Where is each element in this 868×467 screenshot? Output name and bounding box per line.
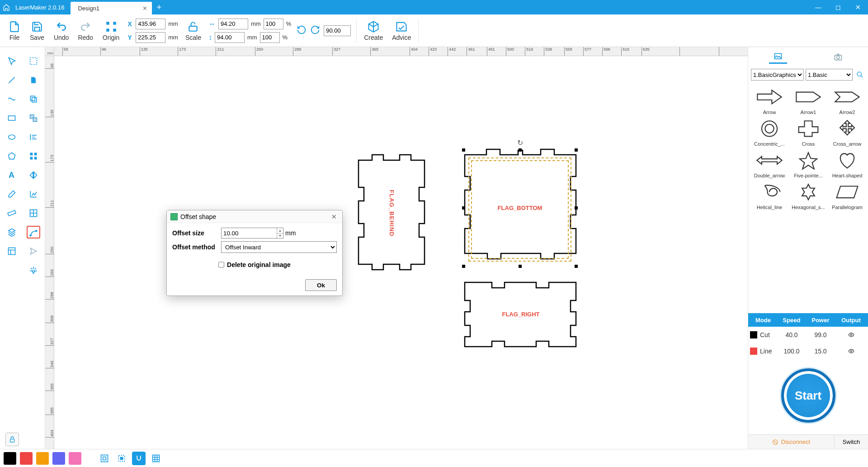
start-button[interactable]: Start — [781, 368, 835, 423]
width-pct-input[interactable] — [264, 19, 283, 29]
origin-button[interactable]: Origin — [98, 16, 124, 46]
camera-tab[interactable] — [829, 50, 847, 64]
shape-flag-right[interactable]: FLAG_RIGHT — [461, 278, 580, 350]
sel-handle[interactable] — [575, 265, 578, 268]
lock-toggle[interactable] — [5, 433, 19, 446]
laser-tool[interactable] — [27, 264, 40, 276]
scale-button[interactable]: Scale — [181, 16, 206, 46]
shape-library-item[interactable]: Helical_line — [751, 180, 788, 210]
rotate-handle-icon[interactable]: ↻ — [517, 138, 523, 147]
switch-button[interactable]: Switch — [835, 435, 868, 449]
sel-handle[interactable] — [462, 265, 465, 268]
grid-toggle-button[interactable] — [149, 452, 163, 465]
shape-search-button[interactable] — [854, 69, 865, 80]
snap-button[interactable] — [132, 452, 146, 465]
rotate-cw-icon[interactable] — [310, 25, 320, 37]
redo-button[interactable]: Redo — [73, 16, 97, 46]
sel-handle[interactable] — [462, 148, 465, 152]
sel-handle[interactable] — [575, 148, 578, 152]
minimize-button[interactable]: — — [808, 0, 828, 14]
close-window-button[interactable]: ✕ — [848, 0, 868, 14]
visibility-toggle-icon[interactable] — [847, 332, 856, 338]
shape-library-item[interactable]: Heart-shaped — [829, 148, 866, 178]
sel-handle[interactable] — [575, 206, 578, 210]
layer-row[interactable]: Cut40.099.0 — [748, 327, 868, 343]
shape-library-item[interactable]: Concentric_... — [751, 117, 788, 147]
undo-button[interactable]: Undo — [49, 16, 73, 46]
ellipse-tool[interactable] — [5, 131, 19, 143]
table-tool[interactable] — [27, 207, 40, 219]
shape-library-item[interactable]: Cross_arrow — [829, 117, 866, 147]
new-tab-button[interactable]: + — [152, 3, 166, 12]
group-tool[interactable] — [27, 112, 40, 124]
advice-button[interactable]: Advice — [387, 16, 415, 46]
shape-flag-bottom[interactable]: FLAG_BOTTOM ↻ — [461, 147, 579, 269]
color-swatch[interactable] — [36, 452, 49, 465]
save-button[interactable]: Save — [25, 16, 49, 46]
dialog-ok-button[interactable]: Ok — [305, 279, 337, 291]
file-button[interactable]: File — [4, 16, 25, 46]
width-input[interactable] — [218, 19, 248, 29]
color-swatch[interactable] — [20, 452, 33, 465]
line-tool[interactable] — [5, 74, 19, 86]
connection-status[interactable]: Disconnect — [748, 435, 835, 449]
layout-tool[interactable] — [5, 245, 19, 257]
polygon-tool[interactable] — [5, 150, 19, 162]
marquee-tool[interactable] — [27, 55, 40, 67]
layer-row[interactable]: Line100.015.0 — [748, 343, 868, 359]
category-select-1[interactable]: 1.BasicGraphics — [751, 69, 804, 81]
zoom-selection-button[interactable] — [115, 452, 128, 465]
curve-tool[interactable] — [5, 93, 19, 105]
mirror-tool[interactable] — [27, 169, 40, 181]
y-input[interactable] — [136, 32, 165, 43]
color-swatch[interactable] — [4, 452, 16, 465]
shape-library-item[interactable]: Cross — [790, 117, 827, 147]
color-swatch[interactable] — [69, 452, 81, 465]
send-tool[interactable] — [27, 245, 40, 257]
chart-tool[interactable] — [27, 188, 40, 200]
create-button[interactable]: Create — [359, 16, 387, 46]
category-select-2[interactable]: 1.Basic — [806, 69, 853, 81]
copy-tool[interactable] — [27, 93, 40, 105]
offset-method-select[interactable]: Offset Inward — [221, 241, 337, 253]
sel-handle[interactable] — [519, 265, 522, 268]
canvas[interactable]: FLAG_BEHIND FLAG_BOTTOM — [54, 56, 748, 449]
close-tab-icon[interactable]: ✕ — [133, 5, 147, 12]
shapes-library-tab[interactable] — [769, 50, 787, 64]
fit-screen-button[interactable] — [98, 452, 111, 465]
select-tool[interactable] — [5, 55, 19, 67]
shape-flag-behind[interactable]: FLAG_BEHIND — [356, 152, 427, 274]
offset-shape-tool[interactable] — [27, 226, 40, 238]
shape-library-item[interactable]: Parallelogram — [829, 180, 866, 210]
home-button[interactable] — [0, 0, 13, 14]
spinner-down[interactable]: ▼ — [277, 234, 283, 238]
rect-tool[interactable] — [5, 112, 19, 124]
grid-array-tool[interactable] — [27, 150, 40, 162]
align-tool[interactable] — [27, 131, 40, 143]
dialog-close-button[interactable]: ✕ — [330, 213, 339, 220]
eraser-tool[interactable] — [5, 188, 19, 200]
shape-library-item[interactable]: Arrow — [751, 85, 788, 115]
dialog-titlebar[interactable]: Offset shape ✕ — [167, 210, 342, 223]
sel-handle[interactable] — [519, 148, 522, 152]
maximize-button[interactable]: ◻ — [828, 0, 848, 14]
document-tab[interactable]: Design1 ✕ — [71, 2, 152, 14]
spinner-up[interactable]: ▲ — [277, 228, 283, 234]
shape-library-item[interactable]: Hexagonal_s... — [790, 180, 827, 210]
shape-library-item[interactable]: Five-pointe... — [790, 148, 827, 178]
rotate-ccw-icon[interactable] — [297, 25, 307, 37]
shape-library-item[interactable]: Arrow1 — [790, 85, 827, 115]
color-swatch[interactable] — [52, 452, 65, 465]
text-tool[interactable]: A — [5, 169, 19, 181]
offset-size-input[interactable] — [221, 228, 283, 238]
height-input[interactable] — [215, 32, 245, 43]
shape-library-item[interactable]: Double_arrow — [751, 148, 788, 178]
visibility-toggle-icon[interactable] — [847, 348, 856, 354]
ruler-horizontal[interactable]: 5896135173211250288327365404423442461481… — [54, 47, 748, 56]
angle-input[interactable] — [324, 25, 351, 36]
x-input[interactable] — [136, 19, 165, 29]
ruler-tool[interactable] — [5, 207, 19, 219]
delete-original-checkbox[interactable] — [218, 261, 224, 268]
height-pct-input[interactable] — [260, 32, 280, 43]
fill-shape-tool[interactable] — [27, 74, 40, 86]
